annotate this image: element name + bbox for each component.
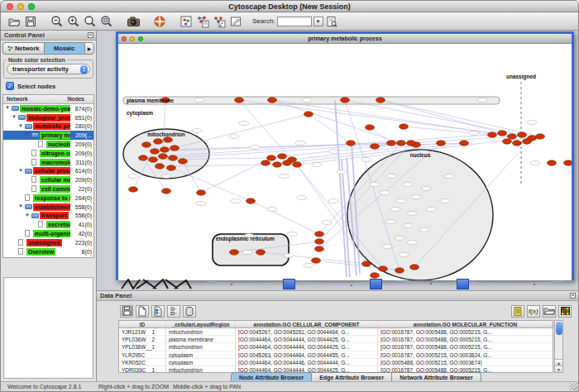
network-node-orange[interactable] <box>362 261 371 266</box>
network-node-white[interactable] <box>370 182 380 186</box>
network-node-white[interactable] <box>403 182 413 186</box>
column-header[interactable]: annotation.GO MOLECULAR_FUNCTION <box>378 321 553 327</box>
network-node-orange[interactable] <box>149 157 158 162</box>
network-node-white[interactable] <box>295 141 305 145</box>
network-node-orange[interactable] <box>159 154 168 159</box>
tree-row[interactable]: secretion41(0) <box>3 220 93 229</box>
network-node-orange[interactable] <box>154 139 163 144</box>
network-node-white[interactable] <box>287 232 297 236</box>
layout-a-icon[interactable] <box>194 14 211 29</box>
network-node-white[interactable] <box>380 190 390 194</box>
birdseye-icon[interactable] <box>178 14 194 29</box>
tree-row[interactable]: ▼mosaic-demo-yeast874(0) <box>3 104 93 113</box>
network-node-white[interactable] <box>403 223 413 227</box>
network-node-orange[interactable] <box>513 141 522 146</box>
column-header[interactable]: annotation.GO CELLULAR_COMPONENT <box>236 321 378 327</box>
network-node-orange[interactable] <box>341 98 350 103</box>
scroll-down-button[interactable]: ▼ <box>555 366 562 372</box>
layout-b-icon[interactable] <box>211 14 227 29</box>
network-node-white[interactable] <box>267 207 277 211</box>
network-node-orange[interactable] <box>268 98 277 103</box>
network-node-orange[interactable] <box>437 141 446 146</box>
scroll-up-button[interactable]: ▲ <box>555 359 562 366</box>
tree-row[interactable]: nucleobase-...209(0) <box>3 140 93 149</box>
network-node-white[interactable] <box>395 236 404 240</box>
network-node-white[interactable] <box>242 250 252 254</box>
tree-row[interactable]: ▼metabolic process280(0) <box>3 122 93 131</box>
network-node-orange[interactable] <box>267 155 276 160</box>
column-header[interactable]: ID <box>119 321 166 327</box>
tab-network[interactable]: Network <box>2 42 44 55</box>
network-canvas[interactable]: plasma membranecytoplasmmitochondrionnuc… <box>118 44 572 280</box>
select-attributes-icon[interactable] <box>151 305 165 318</box>
network-node-orange[interactable] <box>293 162 302 167</box>
network-node-orange[interactable] <box>376 98 385 103</box>
tree-row[interactable]: response to stimulu264(0) <box>3 194 93 203</box>
network-node-orange[interactable] <box>379 266 388 271</box>
network-view-window[interactable]: primary metabolic process plasma membran… <box>116 31 574 280</box>
network-minimize-button[interactable] <box>130 36 135 41</box>
network-zoom-button[interactable] <box>138 36 143 41</box>
network-view-titlebar[interactable]: primary metabolic process <box>118 34 572 44</box>
scrollbar-thumb[interactable] <box>556 322 562 335</box>
table-scrollbar[interactable]: ▲ ▼ <box>554 320 563 373</box>
network-node-white[interactable] <box>530 160 540 165</box>
zoom-out-icon[interactable] <box>49 14 65 29</box>
tree-row[interactable]: nitrogen compo209(0) <box>3 149 93 158</box>
table-row[interactable]: YJR121W__1mitochondrion[GO:0045267, GO:0… <box>119 328 553 336</box>
network-node-orange[interactable] <box>142 142 151 147</box>
network-node-orange[interactable] <box>315 246 324 251</box>
network-node-white[interactable] <box>161 174 171 178</box>
annotation-icon[interactable] <box>227 14 244 29</box>
tree-row[interactable]: ▼transport558(0) <box>3 212 93 221</box>
background-window-fragment[interactable] <box>283 279 295 289</box>
tree-row[interactable]: Overview8(0) <box>3 247 93 256</box>
network-node-white[interactable] <box>411 194 421 198</box>
network-node-white[interactable] <box>229 134 239 138</box>
network-node-white[interactable] <box>444 174 454 178</box>
network-node-white[interactable] <box>284 253 294 257</box>
network-node-orange[interactable] <box>523 139 532 144</box>
advanced-search-icon[interactable] <box>323 14 340 29</box>
table-row[interactable]: YPL036W__2plasma membrane[GO:0044464, GO… <box>119 336 553 343</box>
network-node-white[interactable] <box>328 149 338 153</box>
network-node-orange[interactable] <box>179 159 188 164</box>
network-node-orange[interactable] <box>312 258 321 263</box>
disclosure-triangle-icon[interactable]: ▼ <box>12 114 17 119</box>
disclosure-triangle-icon[interactable]: ▼ <box>18 203 23 208</box>
network-node-white[interactable] <box>304 263 313 267</box>
disclosure-triangle-icon[interactable]: ▼ <box>18 168 23 173</box>
network-node-orange[interactable] <box>278 154 287 159</box>
network-node-orange[interactable] <box>261 160 270 165</box>
tree-row[interactable]: ▼primary metabo209(... <box>3 131 93 140</box>
network-node-orange[interactable] <box>564 160 572 165</box>
tree-row[interactable]: cellular metabo209(0) <box>3 175 93 184</box>
background-window-fragment[interactable] <box>370 279 382 289</box>
network-node-orange[interactable] <box>395 268 404 273</box>
network-node-orange[interactable] <box>256 250 266 255</box>
network-node-white[interactable] <box>196 201 206 205</box>
zoom-in-icon[interactable] <box>65 14 82 29</box>
resize-grip[interactable] <box>570 383 577 390</box>
network-node-white[interactable] <box>390 207 400 211</box>
network-node-orange[interactable] <box>235 98 244 103</box>
delete-attribute-icon[interactable] <box>183 305 196 318</box>
network-node-orange[interactable] <box>230 250 239 255</box>
network-node-orange[interactable] <box>503 139 512 144</box>
network-node-orange[interactable] <box>162 189 171 194</box>
network-node-orange[interactable] <box>167 165 176 170</box>
network-node-orange[interactable] <box>410 265 419 270</box>
network-node-white[interactable] <box>337 170 347 174</box>
network-node-orange[interactable] <box>548 160 557 165</box>
network-node-white[interactable] <box>440 198 450 203</box>
tab-mosaic[interactable]: Mosaic <box>44 42 85 55</box>
network-node-orange[interactable] <box>169 155 178 160</box>
network-node-white[interactable] <box>399 252 409 256</box>
network-node-orange[interactable] <box>304 112 313 117</box>
tree-row[interactable]: unassigned223(0) <box>3 238 93 247</box>
network-node-white[interactable] <box>527 120 537 124</box>
network-node-white[interactable] <box>407 240 417 244</box>
network-node-orange[interactable] <box>518 132 527 137</box>
save-icon[interactable] <box>22 14 39 29</box>
network-node-white[interactable] <box>231 198 241 203</box>
